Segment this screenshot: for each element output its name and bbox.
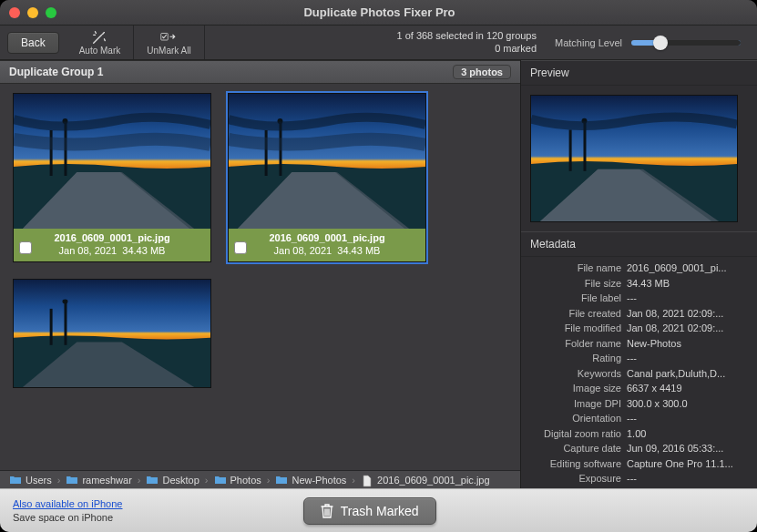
preview-image: [530, 95, 738, 222]
photo-thumbnail: [14, 94, 210, 229]
metadata-key: Folder name: [528, 336, 627, 352]
trash-marked-label: Trash Marked: [341, 504, 419, 518]
metadata-value: 2016_0609_0001_pi...: [627, 261, 750, 276]
auto-mark-button[interactable]: Auto Mark: [66, 26, 135, 59]
metadata-value: ---: [627, 471, 750, 486]
wand-icon: [91, 30, 107, 45]
folder-icon: [275, 475, 288, 485]
footer-bar: Also available on iPhone Save space on i…: [0, 488, 757, 532]
chevron-right-icon: ›: [136, 475, 143, 486]
path-segment-label: rameshwar: [82, 475, 131, 486]
path-crumb[interactable]: New-Photos: [271, 475, 350, 486]
path-segment-label: Users: [26, 475, 52, 486]
metadata-key: Keywords: [528, 366, 627, 382]
metadata-key: Exposure: [528, 471, 627, 486]
metadata-section-title: Metadata: [521, 231, 757, 257]
metadata-row: Editing softwareCapture One Pro 11.1...: [528, 456, 750, 472]
path-crumb[interactable]: 2016_0609_0001_pic.jpg: [357, 475, 494, 486]
iphone-link[interactable]: Also available on iPhone: [13, 498, 122, 509]
metadata-value: Capture One Pro 11.1...: [627, 456, 750, 472]
auto-mark-label: Auto Mark: [79, 46, 121, 56]
path-crumb[interactable]: Photos: [210, 475, 265, 486]
metadata-list: File name2016_0609_0001_pi...File size34…: [521, 257, 757, 488]
metadata-key: Editing software: [528, 456, 627, 472]
mark-checkbox[interactable]: [234, 241, 247, 254]
svg-rect-10: [50, 309, 53, 345]
trash-marked-button[interactable]: Trash Marked: [303, 497, 436, 525]
metadata-value: Jan 08, 2021 02:09:...: [627, 306, 750, 322]
preview-section-title: Preview: [521, 60, 757, 86]
path-crumb[interactable]: Users: [5, 475, 56, 486]
path-bar: Users›rameshwar›Desktop›Photos›New-Photo…: [0, 470, 520, 488]
card-filename: 2016_0609_0001_pic.jpg: [14, 232, 210, 243]
thumbnail-grid: 2016_0609_0001_pic.jpg Jan 08, 2021 34.4…: [0, 84, 520, 470]
metadata-key: Capture date: [528, 441, 627, 456]
metadata-row: File size34.43 MB: [528, 276, 750, 292]
mark-checkbox[interactable]: [19, 241, 32, 254]
group-title: Duplicate Group 1: [9, 66, 103, 78]
traffic-lights: [9, 7, 56, 18]
main-panel: Duplicate Group 1 3 photos: [0, 60, 520, 488]
photo-card[interactable]: 2016_0609_0001_pic.jpg Jan 08, 2021 34.4…: [228, 93, 426, 262]
metadata-value: ---: [627, 411, 750, 426]
marked-count: 0 marked: [396, 43, 537, 56]
matching-level-control: Matching Level: [555, 37, 741, 48]
chevron-right-icon: ›: [265, 475, 272, 486]
path-segment-label: Photos: [230, 475, 261, 486]
metadata-value: 1.00: [627, 426, 750, 442]
folder-icon: [214, 475, 227, 485]
metadata-key: File label: [528, 291, 627, 306]
metadata-value: ---: [627, 351, 750, 366]
metadata-key: Digital zoom ratio: [528, 426, 627, 442]
trash-icon: [321, 504, 333, 518]
metadata-key: File name: [528, 261, 627, 276]
metadata-value: Canal park,Duluth,D...: [627, 366, 750, 382]
path-segment-label: Desktop: [162, 475, 199, 486]
metadata-value: Jan 08, 2021 02:09:...: [627, 321, 750, 336]
metadata-row: File createdJan 08, 2021 02:09:...: [528, 306, 750, 322]
metadata-value: 6637 x 4419: [627, 381, 750, 396]
window-title: Duplicate Photos Fixer Pro: [56, 5, 702, 19]
path-segment-label: New-Photos: [292, 475, 346, 486]
metadata-row: File label---: [528, 291, 750, 306]
photo-card[interactable]: [13, 279, 211, 388]
metadata-row: KeywordsCanal park,Duluth,D...: [528, 366, 750, 382]
card-footer: 2016_0609_0001_pic.jpg Jan 08, 2021 34.4…: [229, 229, 425, 261]
toolbar: Back Auto Mark UnMark All 1 of 368 selec…: [0, 26, 757, 60]
card-date: Jan 08, 2021: [59, 245, 118, 256]
folder-icon: [146, 475, 159, 485]
metadata-key: Image size: [528, 381, 627, 396]
path-crumb[interactable]: rameshwar: [62, 475, 135, 486]
folder-icon: [66, 475, 78, 485]
path-segment-label: 2016_0609_0001_pic.jpg: [377, 475, 490, 486]
metadata-value: New-Photos: [627, 336, 750, 352]
back-button[interactable]: Back: [7, 32, 59, 54]
iphone-subtext: Save space on iPhone: [13, 512, 113, 523]
group-photo-count: 3 photos: [453, 65, 511, 79]
minimize-icon[interactable]: [27, 7, 38, 18]
matching-level-slider[interactable]: [631, 40, 741, 46]
card-size: 34.43 MB: [122, 245, 165, 256]
metadata-row: Orientation---: [528, 411, 750, 426]
photo-card[interactable]: 2016_0609_0001_pic.jpg Jan 08, 2021 34.4…: [13, 93, 211, 262]
group-header[interactable]: Duplicate Group 1 3 photos: [0, 60, 520, 84]
chevron-right-icon: ›: [350, 475, 357, 486]
unmark-all-button[interactable]: UnMark All: [134, 26, 204, 59]
photo-thumbnail: [229, 94, 425, 229]
chevron-right-icon: ›: [56, 475, 63, 486]
svg-rect-14: [569, 129, 572, 170]
metadata-row: Capture dateJun 09, 2016 05:33:...: [528, 441, 750, 456]
card-date: Jan 08, 2021: [274, 245, 332, 256]
metadata-row: Image DPI300.0 x 300.0: [528, 396, 750, 412]
metadata-row: Rating---: [528, 351, 750, 366]
unmark-icon: [160, 30, 177, 45]
selection-count: 1 of 368 selected in 120 groups: [396, 30, 537, 43]
path-crumb[interactable]: Desktop: [142, 475, 202, 486]
maximize-icon[interactable]: [46, 7, 56, 18]
metadata-row: Digital zoom ratio1.00: [528, 426, 750, 442]
close-icon[interactable]: [9, 7, 20, 18]
metadata-key: File created: [528, 306, 627, 322]
metadata-value: 34.43 MB: [627, 276, 750, 292]
chevron-right-icon: ›: [203, 475, 210, 486]
side-panel: Preview: [520, 60, 757, 488]
